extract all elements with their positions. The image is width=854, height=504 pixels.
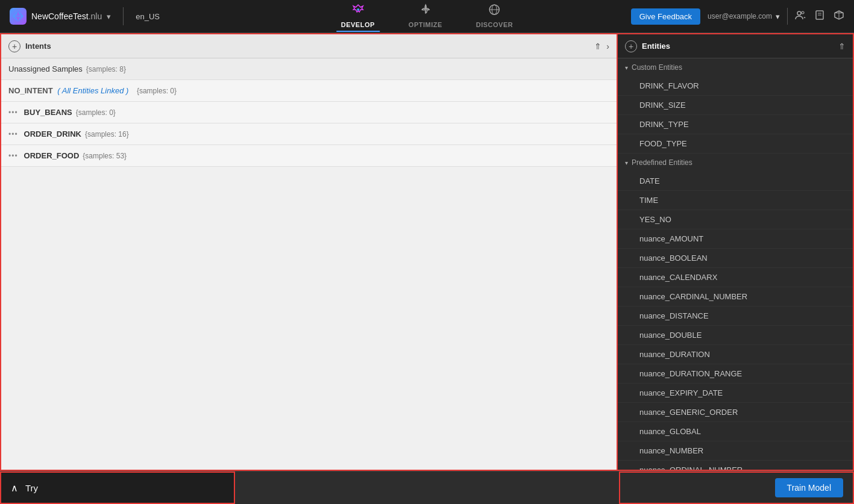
all-entities-linked: ( All Entities Linked ) bbox=[57, 86, 128, 95]
entity-item-drink-size[interactable]: DRINK_SIZE bbox=[618, 96, 853, 115]
entity-item-nuance-global[interactable]: nuance_GLOBAL bbox=[618, 422, 853, 441]
nav-vertical-divider bbox=[787, 8, 788, 25]
order-food-dots: ••• bbox=[8, 152, 18, 160]
intent-item-no-intent[interactable]: NO_INTENT ( All Entities Linked ) {sampl… bbox=[1, 80, 617, 102]
entity-item-nuance-generic-order[interactable]: nuance_GENERIC_ORDER bbox=[618, 403, 853, 422]
entities-panel-title: Entities bbox=[642, 42, 670, 51]
tab-develop-label: DEVELOP bbox=[341, 21, 375, 28]
intents-scroll-top-button[interactable]: ⇑ bbox=[594, 42, 601, 51]
box-icon[interactable] bbox=[834, 10, 844, 23]
order-drink-samples: {samples: 16} bbox=[85, 130, 129, 138]
entities-list: ▾ Custom Entities DRINK_FLAVOR DRINK_SIZ… bbox=[618, 58, 853, 470]
entity-item-food-type[interactable]: FOOD_TYPE bbox=[618, 134, 853, 154]
entities-scroll-top-button[interactable]: ⇑ bbox=[838, 42, 846, 51]
bottom-spacer bbox=[235, 471, 619, 504]
entities-panel: + Entities ⇑ ▾ Custom Entities DRINK_FLA… bbox=[618, 33, 854, 471]
intents-list: Unassigned Samples {samples: 8} NO_INTEN… bbox=[1, 58, 617, 470]
nav-center-tabs: DEVELOP OPTIMIZE DISCOVER bbox=[336, 1, 518, 32]
no-intent-samples: {samples: 0} bbox=[137, 87, 177, 95]
train-model-button[interactable]: Train Model bbox=[775, 478, 843, 497]
nav-right-section: Give Feedback user@example.com ▾ bbox=[631, 8, 854, 25]
tab-optimize-label: OPTIMIZE bbox=[409, 21, 442, 28]
entity-item-nuance-duration-range[interactable]: nuance_DURATION_RANGE bbox=[618, 364, 853, 384]
tab-discover-label: DISCOVER bbox=[476, 21, 513, 28]
custom-entities-label: Custom Entities bbox=[632, 63, 682, 72]
predefined-entities-group-header[interactable]: ▾ Predefined Entities bbox=[618, 154, 853, 172]
entity-item-nuance-boolean[interactable]: nuance_BOOLEAN bbox=[618, 249, 853, 268]
predefined-entities-chevron: ▾ bbox=[625, 160, 628, 166]
users-icon[interactable] bbox=[795, 10, 806, 23]
language-badge[interactable]: en_US bbox=[136, 12, 160, 21]
try-chevron-icon: ∧ bbox=[11, 482, 18, 494]
intent-item-order-food[interactable]: ••• ORDER_FOOD {samples: 53} bbox=[1, 145, 617, 167]
buy-beans-samples: {samples: 0} bbox=[76, 108, 116, 117]
user-chevron: ▾ bbox=[776, 12, 780, 21]
no-intent-name: NO_INTENT bbox=[8, 86, 53, 95]
unassigned-label: Unassigned Samples bbox=[8, 64, 83, 73]
entity-item-nuance-duration[interactable]: nuance_DURATION bbox=[618, 345, 853, 364]
give-feedback-button[interactable]: Give Feedback bbox=[631, 8, 700, 25]
app-logo bbox=[10, 8, 27, 25]
entity-item-drink-flavor[interactable]: DRINK_FLAVOR bbox=[618, 76, 853, 96]
order-food-samples: {samples: 53} bbox=[83, 152, 127, 160]
intents-header-left: + Intents bbox=[8, 40, 51, 52]
user-menu[interactable]: user@example.com ▾ bbox=[708, 12, 780, 21]
order-drink-dots: ••• bbox=[8, 130, 18, 138]
develop-icon bbox=[352, 4, 364, 19]
buy-beans-name: BUY_BEANS bbox=[24, 108, 72, 117]
unassigned-samples: {samples: 8} bbox=[86, 65, 126, 73]
project-name: NewCoffeeTest.nlu bbox=[31, 11, 102, 21]
entity-item-drink-type[interactable]: DRINK_TYPE bbox=[618, 115, 853, 134]
nav-divider bbox=[123, 7, 124, 25]
intents-header-right: ⇑ › bbox=[594, 42, 609, 51]
try-label: Try bbox=[25, 483, 38, 493]
svg-point-8 bbox=[802, 11, 804, 14]
entity-item-date[interactable]: DATE bbox=[618, 172, 853, 191]
entity-item-time[interactable]: TIME bbox=[618, 191, 853, 210]
buy-beans-dots: ••• bbox=[8, 108, 18, 117]
entity-item-nuance-expiry-date[interactable]: nuance_EXPIRY_DATE bbox=[618, 384, 853, 403]
svg-point-3 bbox=[357, 8, 359, 11]
intents-panel-header: + Intents ⇑ › bbox=[1, 34, 617, 58]
tab-optimize[interactable]: OPTIMIZE bbox=[404, 1, 447, 32]
project-chevron[interactable]: ▾ bbox=[107, 12, 111, 21]
tab-discover[interactable]: DISCOVER bbox=[471, 1, 518, 32]
intent-item-buy-beans[interactable]: ••• BUY_BEANS {samples: 0} bbox=[1, 102, 617, 123]
svg-point-7 bbox=[797, 11, 801, 15]
entity-item-nuance-calendarx[interactable]: nuance_CALENDARX bbox=[618, 268, 853, 287]
entities-panel-header: + Entities ⇑ bbox=[618, 34, 853, 58]
optimize-icon bbox=[419, 4, 432, 19]
train-area: Train Model bbox=[619, 471, 854, 504]
book-icon[interactable] bbox=[814, 10, 825, 23]
entity-item-nuance-number[interactable]: nuance_NUMBER bbox=[618, 441, 853, 461]
entity-item-nuance-ordinal-number[interactable]: nuance_ORDINAL_NUMBER bbox=[618, 461, 853, 470]
entity-item-nuance-double[interactable]: nuance_DOUBLE bbox=[618, 326, 853, 345]
intents-panel: + Intents ⇑ › Unassigned Samples {sample… bbox=[0, 33, 618, 471]
intents-panel-title: Intents bbox=[25, 42, 51, 51]
entity-item-nuance-distance[interactable]: nuance_DISTANCE bbox=[618, 306, 853, 326]
order-food-name: ORDER_FOOD bbox=[24, 151, 80, 160]
user-name: user@example.com bbox=[708, 12, 772, 20]
try-panel[interactable]: ∧ Try bbox=[0, 471, 235, 504]
entity-item-nuance-amount[interactable]: nuance_AMOUNT bbox=[618, 229, 853, 249]
predefined-entities-label: Predefined Entities bbox=[632, 158, 692, 167]
tab-develop[interactable]: DEVELOP bbox=[336, 1, 380, 32]
discover-icon bbox=[489, 4, 501, 19]
entity-item-yes-no[interactable]: YES_NO bbox=[618, 210, 853, 229]
nav-icon-group bbox=[795, 10, 844, 23]
main-layout: + Intents ⇑ › Unassigned Samples {sample… bbox=[0, 33, 854, 471]
order-drink-name: ORDER_DRINK bbox=[24, 129, 81, 138]
intent-item-unassigned[interactable]: Unassigned Samples {samples: 8} bbox=[1, 58, 617, 80]
intents-expand-button[interactable]: › bbox=[606, 42, 609, 51]
no-intent-label: NO_INTENT ( All Entities Linked ) {sampl… bbox=[8, 86, 177, 95]
nav-left-section: NewCoffeeTest.nlu ▾ en_US bbox=[0, 7, 169, 25]
add-intent-button[interactable]: + bbox=[8, 40, 20, 52]
intent-item-order-drink[interactable]: ••• ORDER_DRINK {samples: 16} bbox=[1, 123, 617, 145]
add-entity-button[interactable]: + bbox=[625, 40, 637, 52]
bottom-bar: ∧ Try Train Model bbox=[0, 471, 854, 504]
entity-item-nuance-cardinal-number[interactable]: nuance_CARDINAL_NUMBER bbox=[618, 287, 853, 306]
entities-header-left: + Entities bbox=[625, 40, 670, 52]
custom-entities-chevron: ▾ bbox=[625, 64, 628, 71]
custom-entities-group-header[interactable]: ▾ Custom Entities bbox=[618, 58, 853, 76]
top-navigation: NewCoffeeTest.nlu ▾ en_US DEVELOP OPTIMI… bbox=[0, 0, 854, 33]
